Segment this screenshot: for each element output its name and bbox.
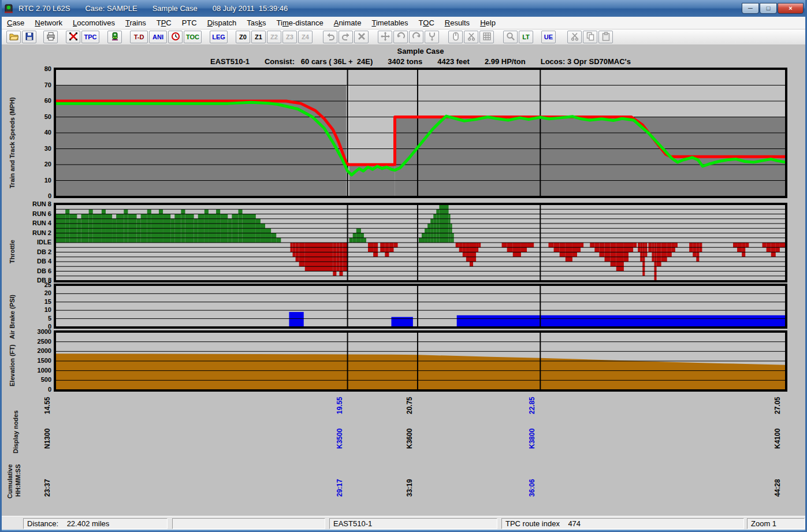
toolbar-separator [123,31,130,43]
redo-button [339,31,353,43]
elevation-axis-tick: 1000 [25,367,51,374]
minimize-button[interactable]: ─ [742,3,759,14]
close-button[interactable]: × [778,3,804,14]
t-d-button[interactable]: T-D [130,31,148,43]
menu-item-animate[interactable]: Animate [329,17,367,28]
chart-client-area: Sample Case EAST510-1Consist: 60 cars ( … [2,45,805,516]
toolbar-separator [101,31,107,43]
title-datetime: 08 July 2011 15:39:46 [213,4,288,13]
speed-axis-tick: 40 [25,129,51,136]
toolbar-separator [440,31,448,43]
milepost-label: 14.55 [43,397,51,414]
title-bar[interactable]: RTC 2.70 L62S Case: SAMPLE Sample Case 0… [0,0,807,17]
consist-segment: 3402 tons [388,57,422,66]
print-button[interactable] [43,31,58,43]
air-brake-chart [54,284,787,329]
rotate-right-button [409,31,423,43]
app-icon [3,3,14,14]
toolbar-separator [59,31,66,43]
printer-icon [46,32,55,42]
app-window: RTC 2.70 L62S Case: SAMPLE Sample Case 0… [0,0,807,532]
menu-item-results[interactable]: Results [440,17,475,28]
menu-item-help[interactable]: Help [475,17,501,28]
status-bar: Distance: 22.402 milesEAST510-1TPC route… [2,516,805,530]
air-brake-axis-title: Air Brake (PSI) [9,295,16,339]
title-case: Case: SAMPLE [85,4,137,13]
lt-button[interactable]: LT [519,31,533,43]
menu-item-case[interactable]: Case [2,17,29,28]
clock-button[interactable] [168,31,183,43]
train-icon [110,32,120,42]
menu-item-time-distance[interactable]: Time-distance [272,17,329,28]
save-button[interactable] [22,31,36,43]
open-button[interactable] [6,31,21,43]
toolbar-separator [229,31,236,43]
menu-item-toc[interactable]: TOC [414,17,440,28]
node-label: K3500 [336,429,344,449]
throttle-axis-tick: RUN 2 [25,229,51,236]
menu-bar: CaseNetworkLocomotivesTrainsTPCPTCDispat… [2,17,805,29]
cut-button [567,31,582,43]
train-button[interactable] [107,31,122,43]
node-label: K4100 [773,429,782,449]
milepost-label: 20.75 [406,397,414,414]
z1-button[interactable]: Z1 [251,31,266,43]
node-label: K3600 [406,429,414,449]
menu-item-dispatch[interactable]: Dispatch [202,17,242,28]
elevation-axis-tick: 2000 [25,347,51,354]
toc-button[interactable]: TOC [184,31,202,43]
maximize-button[interactable]: □ [760,3,777,14]
milepost-label: 22.85 [528,397,536,414]
floppy-icon [25,32,34,42]
undo-button [323,31,337,43]
tpc-button[interactable]: TPC [81,31,99,43]
leg-button[interactable]: LEG [210,31,228,43]
mouse-button [448,31,463,43]
menu-item-tasks[interactable]: Tasks [241,17,271,28]
elevation-axis-tick: 3000 [25,328,51,335]
cumulative-time-label: 29:17 [336,479,344,497]
speed-axis-tick: 30 [25,145,51,152]
cumulative-time-label: 36:06 [528,479,536,497]
ani-button[interactable]: ANI [149,31,167,43]
air-brake-axis-tick: 10 [25,306,51,313]
z0-button[interactable]: Z0 [236,31,250,43]
air-brake-axis-tick: 15 [25,298,51,305]
throttle-axis-tick: DB 2 [25,248,51,255]
menu-item-locomotives[interactable]: Locomotives [68,17,120,28]
toolbar-separator [38,31,43,43]
menu-item-ptc[interactable]: PTC [177,17,202,28]
air-brake-axis-tick: 20 [25,289,51,296]
status-message [172,518,325,529]
menu-item-trains[interactable]: Trains [120,17,151,28]
menu-item-tpc[interactable]: TPC [151,17,177,28]
air-brake-axis-tick: 5 [25,315,51,322]
redx-icon [69,32,78,42]
scissors-icon [570,32,579,42]
elevation-axis-tick: 500 [25,376,51,383]
cumulative-units-caption: HH:MM:SS [14,464,21,497]
move-button [378,31,392,43]
throttle-chart [54,203,787,282]
redo-icon [341,32,351,42]
grid-button [479,31,494,43]
elevation-axis-title: Elevation (FT) [9,344,16,386]
consist-segment: EAST510-1 [210,57,250,66]
ue-button[interactable]: UE [541,31,556,43]
magnifier-icon [506,32,515,42]
elevation-axis-tick: 2500 [25,338,51,345]
menu-item-timetables[interactable]: Timetables [366,17,413,28]
mouse-icon [451,32,460,42]
display-nodes-caption: Display nodes [12,410,19,453]
speed-axis-tick: 20 [25,161,51,168]
string-diagram-button[interactable] [66,31,80,43]
toolbar-separator [557,31,567,43]
toolbar-separator [203,31,210,43]
rotate-left-button [393,31,408,43]
menu-item-network[interactable]: Network [29,17,68,28]
speed-axis-title: Train and Track Speeds (MPH) [9,97,16,188]
node-label: N1300 [43,429,51,449]
delete-button [354,31,369,43]
case-title: Sample Case [54,47,787,55]
move-icon [381,32,390,42]
